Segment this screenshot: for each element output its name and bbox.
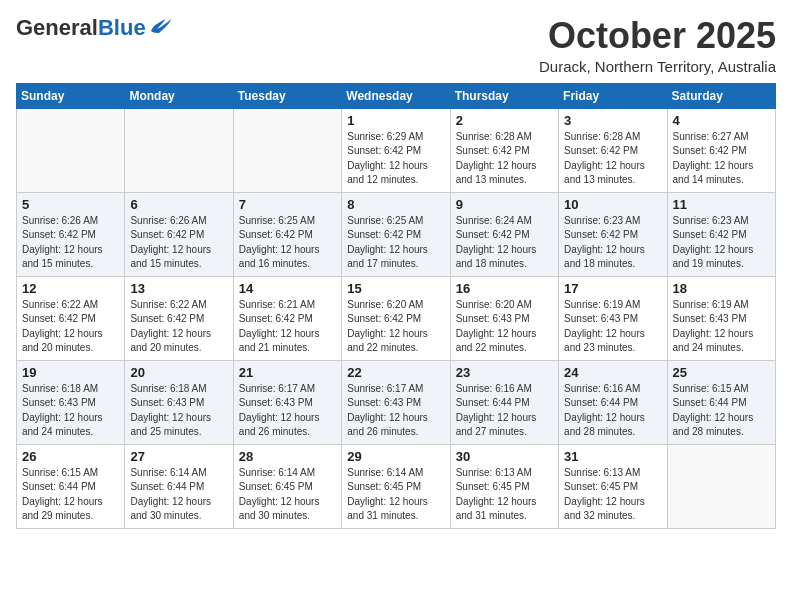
day-info: Sunrise: 6:14 AMSunset: 6:45 PMDaylight:… xyxy=(239,466,336,524)
day-info: Sunrise: 6:29 AMSunset: 6:42 PMDaylight:… xyxy=(347,130,444,188)
day-number: 29 xyxy=(347,449,444,464)
calendar-cell: 28Sunrise: 6:14 AMSunset: 6:45 PMDayligh… xyxy=(233,444,341,528)
calendar-header-wednesday: Wednesday xyxy=(342,83,450,108)
day-info: Sunrise: 6:22 AMSunset: 6:42 PMDaylight:… xyxy=(130,298,227,356)
day-info: Sunrise: 6:22 AMSunset: 6:42 PMDaylight:… xyxy=(22,298,119,356)
day-number: 22 xyxy=(347,365,444,380)
day-number: 24 xyxy=(564,365,661,380)
calendar-row-3: 19Sunrise: 6:18 AMSunset: 6:43 PMDayligh… xyxy=(17,360,776,444)
calendar-cell: 16Sunrise: 6:20 AMSunset: 6:43 PMDayligh… xyxy=(450,276,558,360)
calendar-cell xyxy=(233,108,341,192)
day-info: Sunrise: 6:14 AMSunset: 6:45 PMDaylight:… xyxy=(347,466,444,524)
calendar-cell xyxy=(125,108,233,192)
day-number: 8 xyxy=(347,197,444,212)
day-number: 3 xyxy=(564,113,661,128)
day-number: 13 xyxy=(130,281,227,296)
day-info: Sunrise: 6:18 AMSunset: 6:43 PMDaylight:… xyxy=(130,382,227,440)
calendar-cell xyxy=(17,108,125,192)
day-number: 30 xyxy=(456,449,553,464)
calendar-cell: 17Sunrise: 6:19 AMSunset: 6:43 PMDayligh… xyxy=(559,276,667,360)
day-number: 4 xyxy=(673,113,770,128)
day-number: 17 xyxy=(564,281,661,296)
day-number: 25 xyxy=(673,365,770,380)
day-info: Sunrise: 6:13 AMSunset: 6:45 PMDaylight:… xyxy=(564,466,661,524)
day-info: Sunrise: 6:25 AMSunset: 6:42 PMDaylight:… xyxy=(239,214,336,272)
calendar-cell xyxy=(667,444,775,528)
day-number: 23 xyxy=(456,365,553,380)
day-number: 11 xyxy=(673,197,770,212)
calendar-table: SundayMondayTuesdayWednesdayThursdayFrid… xyxy=(16,83,776,529)
calendar-header-thursday: Thursday xyxy=(450,83,558,108)
calendar-cell: 5Sunrise: 6:26 AMSunset: 6:42 PMDaylight… xyxy=(17,192,125,276)
day-info: Sunrise: 6:16 AMSunset: 6:44 PMDaylight:… xyxy=(564,382,661,440)
day-info: Sunrise: 6:23 AMSunset: 6:42 PMDaylight:… xyxy=(673,214,770,272)
calendar-row-4: 26Sunrise: 6:15 AMSunset: 6:44 PMDayligh… xyxy=(17,444,776,528)
calendar-header-row: SundayMondayTuesdayWednesdayThursdayFrid… xyxy=(17,83,776,108)
day-info: Sunrise: 6:13 AMSunset: 6:45 PMDaylight:… xyxy=(456,466,553,524)
day-number: 28 xyxy=(239,449,336,464)
calendar-cell: 3Sunrise: 6:28 AMSunset: 6:42 PMDaylight… xyxy=(559,108,667,192)
calendar-cell: 7Sunrise: 6:25 AMSunset: 6:42 PMDaylight… xyxy=(233,192,341,276)
calendar-cell: 19Sunrise: 6:18 AMSunset: 6:43 PMDayligh… xyxy=(17,360,125,444)
day-info: Sunrise: 6:19 AMSunset: 6:43 PMDaylight:… xyxy=(564,298,661,356)
calendar-cell: 4Sunrise: 6:27 AMSunset: 6:42 PMDaylight… xyxy=(667,108,775,192)
calendar-header-saturday: Saturday xyxy=(667,83,775,108)
day-number: 21 xyxy=(239,365,336,380)
day-number: 31 xyxy=(564,449,661,464)
calendar-cell: 15Sunrise: 6:20 AMSunset: 6:42 PMDayligh… xyxy=(342,276,450,360)
day-info: Sunrise: 6:23 AMSunset: 6:42 PMDaylight:… xyxy=(564,214,661,272)
calendar-cell: 27Sunrise: 6:14 AMSunset: 6:44 PMDayligh… xyxy=(125,444,233,528)
day-info: Sunrise: 6:24 AMSunset: 6:42 PMDaylight:… xyxy=(456,214,553,272)
calendar-cell: 23Sunrise: 6:16 AMSunset: 6:44 PMDayligh… xyxy=(450,360,558,444)
calendar-cell: 24Sunrise: 6:16 AMSunset: 6:44 PMDayligh… xyxy=(559,360,667,444)
calendar-cell: 8Sunrise: 6:25 AMSunset: 6:42 PMDaylight… xyxy=(342,192,450,276)
day-info: Sunrise: 6:18 AMSunset: 6:43 PMDaylight:… xyxy=(22,382,119,440)
day-info: Sunrise: 6:15 AMSunset: 6:44 PMDaylight:… xyxy=(673,382,770,440)
day-number: 20 xyxy=(130,365,227,380)
day-info: Sunrise: 6:25 AMSunset: 6:42 PMDaylight:… xyxy=(347,214,444,272)
calendar-cell: 18Sunrise: 6:19 AMSunset: 6:43 PMDayligh… xyxy=(667,276,775,360)
day-info: Sunrise: 6:27 AMSunset: 6:42 PMDaylight:… xyxy=(673,130,770,188)
day-info: Sunrise: 6:26 AMSunset: 6:42 PMDaylight:… xyxy=(22,214,119,272)
day-info: Sunrise: 6:20 AMSunset: 6:43 PMDaylight:… xyxy=(456,298,553,356)
day-number: 18 xyxy=(673,281,770,296)
calendar-cell: 9Sunrise: 6:24 AMSunset: 6:42 PMDaylight… xyxy=(450,192,558,276)
logo-general-text: General xyxy=(16,15,98,40)
day-info: Sunrise: 6:26 AMSunset: 6:42 PMDaylight:… xyxy=(130,214,227,272)
day-info: Sunrise: 6:28 AMSunset: 6:42 PMDaylight:… xyxy=(456,130,553,188)
calendar-cell: 31Sunrise: 6:13 AMSunset: 6:45 PMDayligh… xyxy=(559,444,667,528)
title-block: October 2025 Durack, Northern Territory,… xyxy=(539,16,776,75)
day-number: 7 xyxy=(239,197,336,212)
calendar-cell: 6Sunrise: 6:26 AMSunset: 6:42 PMDaylight… xyxy=(125,192,233,276)
day-info: Sunrise: 6:19 AMSunset: 6:43 PMDaylight:… xyxy=(673,298,770,356)
calendar-cell: 2Sunrise: 6:28 AMSunset: 6:42 PMDaylight… xyxy=(450,108,558,192)
day-info: Sunrise: 6:17 AMSunset: 6:43 PMDaylight:… xyxy=(239,382,336,440)
day-number: 10 xyxy=(564,197,661,212)
calendar-cell: 11Sunrise: 6:23 AMSunset: 6:42 PMDayligh… xyxy=(667,192,775,276)
day-info: Sunrise: 6:15 AMSunset: 6:44 PMDaylight:… xyxy=(22,466,119,524)
day-info: Sunrise: 6:14 AMSunset: 6:44 PMDaylight:… xyxy=(130,466,227,524)
calendar-cell: 30Sunrise: 6:13 AMSunset: 6:45 PMDayligh… xyxy=(450,444,558,528)
calendar-cell: 22Sunrise: 6:17 AMSunset: 6:43 PMDayligh… xyxy=(342,360,450,444)
calendar-row-1: 5Sunrise: 6:26 AMSunset: 6:42 PMDaylight… xyxy=(17,192,776,276)
calendar-cell: 13Sunrise: 6:22 AMSunset: 6:42 PMDayligh… xyxy=(125,276,233,360)
calendar-header-sunday: Sunday xyxy=(17,83,125,108)
calendar-cell: 14Sunrise: 6:21 AMSunset: 6:42 PMDayligh… xyxy=(233,276,341,360)
calendar-cell: 20Sunrise: 6:18 AMSunset: 6:43 PMDayligh… xyxy=(125,360,233,444)
location-text: Durack, Northern Territory, Australia xyxy=(539,58,776,75)
day-info: Sunrise: 6:16 AMSunset: 6:44 PMDaylight:… xyxy=(456,382,553,440)
calendar-row-2: 12Sunrise: 6:22 AMSunset: 6:42 PMDayligh… xyxy=(17,276,776,360)
day-number: 9 xyxy=(456,197,553,212)
day-number: 27 xyxy=(130,449,227,464)
calendar-header-tuesday: Tuesday xyxy=(233,83,341,108)
calendar-row-0: 1Sunrise: 6:29 AMSunset: 6:42 PMDaylight… xyxy=(17,108,776,192)
day-number: 19 xyxy=(22,365,119,380)
calendar-header-friday: Friday xyxy=(559,83,667,108)
calendar-cell: 12Sunrise: 6:22 AMSunset: 6:42 PMDayligh… xyxy=(17,276,125,360)
month-title: October 2025 xyxy=(539,16,776,56)
day-info: Sunrise: 6:17 AMSunset: 6:43 PMDaylight:… xyxy=(347,382,444,440)
calendar-cell: 25Sunrise: 6:15 AMSunset: 6:44 PMDayligh… xyxy=(667,360,775,444)
page-header: GeneralBlue October 2025 Durack, Norther… xyxy=(16,16,776,75)
day-number: 2 xyxy=(456,113,553,128)
logo-blue-text: Blue xyxy=(98,15,146,40)
